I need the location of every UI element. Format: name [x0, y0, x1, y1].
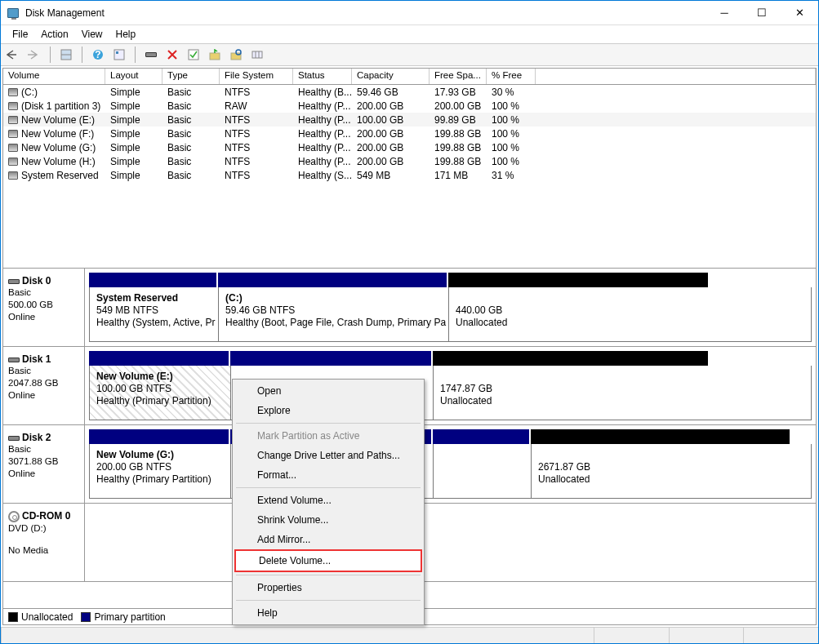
rescan-button[interactable] — [206, 46, 224, 64]
partition-segment — [433, 351, 710, 366]
volume-name: New Volume (G:) — [21, 142, 96, 153]
partition-segment — [89, 351, 230, 366]
disk-state: Online — [8, 468, 79, 480]
context-menu-item[interactable]: Add Mirror... — [234, 530, 422, 549]
context-menu-item[interactable]: Change Drive Letter and Paths... — [234, 446, 422, 465]
volume-row[interactable]: (Disk 1 partition 3)SimpleBasicRAWHealth… — [3, 99, 816, 113]
context-menu-item[interactable]: Delete Volume... — [234, 549, 422, 572]
properties-button[interactable] — [227, 46, 245, 64]
col-filesystem[interactable]: File System — [220, 69, 293, 84]
context-menu-item[interactable]: Format... — [234, 465, 422, 485]
toolbar-separator — [50, 47, 51, 63]
col-status[interactable]: Status — [293, 69, 352, 84]
context-menu-item[interactable]: Help — [234, 603, 422, 623]
context-menu-item[interactable]: Properties — [234, 578, 422, 597]
svg-rect-6 — [189, 50, 198, 60]
volume-row[interactable]: New Volume (E:)SimpleBasicNTFSHealthy (P… — [3, 113, 816, 127]
volume-pct: 30 % — [487, 87, 536, 98]
partition-box[interactable]: 440.00 GBUnallocated — [449, 287, 710, 341]
volume-layout: Simple — [105, 87, 162, 98]
col-pctfree[interactable]: % Free — [487, 69, 536, 84]
menu-action[interactable]: Action — [34, 27, 74, 42]
partition-name: New Volume (G:) — [96, 449, 174, 460]
partition-segment — [448, 273, 710, 287]
minimize-button[interactable]: ─ — [705, 1, 743, 24]
disk-view-button[interactable] — [142, 46, 160, 64]
volume-layout: Simple — [105, 142, 162, 153]
settings-button[interactable] — [110, 46, 128, 64]
disk-name: CD-ROM 0 — [22, 510, 70, 522]
volume-name: (Disk 1 partition 3) — [21, 100, 100, 112]
volume-name: (C:) — [21, 87, 38, 98]
volume-layout: Simple — [105, 156, 162, 167]
forward-button[interactable] — [25, 46, 43, 64]
partition-status: Healthy (System, Active, Pr — [96, 317, 215, 328]
context-menu-item[interactable]: Explore — [234, 401, 422, 420]
disk-partitions: New Volume (G:)200.00 GB NTFSHealthy (Pr… — [85, 425, 816, 503]
partition-size: 100.00 GB NTFS — [96, 383, 171, 394]
volume-free: 99.89 GB — [430, 114, 487, 126]
svg-text:?: ? — [95, 49, 100, 60]
col-volume[interactable]: Volume — [3, 69, 105, 84]
menu-file[interactable]: File — [6, 27, 34, 42]
context-menu-item[interactable]: Open — [234, 381, 422, 401]
col-layout[interactable]: Layout — [105, 69, 162, 84]
volume-row[interactable]: New Volume (F:)SimpleBasicNTFSHealthy (P… — [3, 127, 816, 140]
volume-type: Basic — [162, 156, 220, 167]
window-title: Disk Management — [25, 7, 705, 19]
volume-type: Basic — [162, 142, 220, 153]
menu-help[interactable]: Help — [109, 27, 143, 42]
svg-rect-7 — [210, 53, 220, 60]
titlebar[interactable]: Disk Management ─ ☐ ✕ — [1, 1, 818, 25]
volume-fs: NTFS — [220, 87, 293, 98]
volume-layout: Simple — [105, 170, 162, 181]
volume-row[interactable]: New Volume (H:)SimpleBasicNTFSHealthy (P… — [3, 154, 816, 168]
volume-list: Volume Layout Type File System Status Ca… — [3, 69, 816, 269]
volume-free: 17.93 GB — [430, 87, 487, 98]
toolbar-separator — [135, 47, 136, 63]
volume-capacity: 200.00 GB — [352, 156, 430, 167]
partition-box[interactable]: 1747.87 GBUnallocated — [434, 366, 710, 420]
help-icon[interactable]: ? — [89, 46, 107, 64]
disk-name: Disk 0 — [22, 275, 51, 286]
volume-capacity: 100.00 GB — [352, 114, 430, 126]
partition-box[interactable] — [434, 444, 532, 498]
col-free[interactable]: Free Spa... — [430, 69, 487, 84]
volume-row[interactable]: New Volume (G:)SimpleBasicNTFSHealthy (P… — [3, 140, 816, 154]
volume-pct: 100 % — [487, 142, 536, 153]
volume-pct: 100 % — [487, 128, 536, 140]
view-panes-button[interactable] — [57, 46, 75, 64]
context-menu-item[interactable]: Extend Volume... — [234, 491, 422, 510]
partition-segment — [433, 429, 531, 444]
partition-box[interactable]: (C:)59.46 GB NTFSHealthy (Boot, Page Fil… — [219, 287, 449, 341]
status-bar — [1, 627, 818, 643]
col-type[interactable]: Type — [162, 69, 220, 84]
volume-status: Healthy (B... — [293, 87, 352, 98]
maximize-button[interactable]: ☐ — [743, 1, 781, 24]
col-capacity[interactable]: Capacity — [352, 69, 430, 84]
close-button[interactable]: ✕ — [781, 1, 818, 24]
partition-status: Unallocated — [440, 395, 492, 406]
disk-icon — [8, 436, 20, 441]
menu-view[interactable]: View — [75, 27, 109, 42]
svg-rect-10 — [252, 51, 262, 58]
volume-type: Basic — [162, 100, 220, 112]
volume-capacity: 200.00 GB — [352, 100, 430, 112]
partition-status: Unallocated — [456, 317, 507, 328]
delete-icon[interactable] — [163, 46, 181, 64]
disk-name: Disk 1 — [22, 353, 51, 365]
partition-view-button[interactable] — [248, 46, 266, 64]
volume-row[interactable]: System ReservedSimpleBasicNTFSHealthy (S… — [3, 168, 816, 182]
partition-box[interactable]: New Volume (G:)200.00 GB NTFSHealthy (Pr… — [90, 444, 231, 498]
check-icon[interactable] — [185, 46, 203, 64]
volume-row[interactable]: (C:)SimpleBasicNTFSHealthy (B...59.46 GB… — [3, 85, 816, 99]
partition-box[interactable]: System Reserved549 MB NTFSHealthy (Syste… — [90, 287, 219, 341]
back-button[interactable] — [4, 46, 22, 64]
volume-layout: Simple — [105, 100, 162, 112]
partition-name: New Volume (E:) — [96, 371, 173, 382]
context-menu-item[interactable]: Shrink Volume... — [234, 510, 422, 530]
volume-free: 171 MB — [430, 170, 487, 181]
partition-box[interactable]: New Volume (E:)100.00 GB NTFSHealthy (Pr… — [90, 366, 231, 420]
disk-size: 3071.88 GB — [8, 455, 79, 468]
partition-box[interactable]: 2671.87 GBUnallocated — [532, 444, 792, 498]
